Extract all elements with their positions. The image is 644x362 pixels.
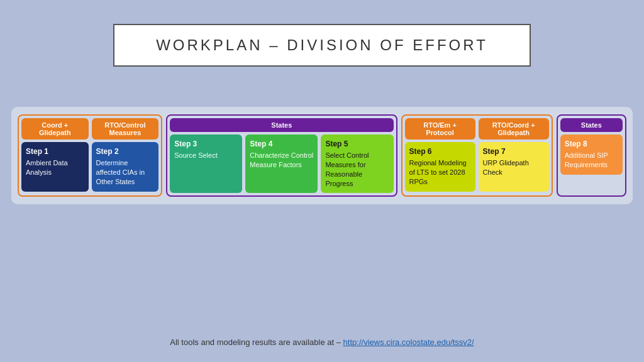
step6-title: Step 6 [409,147,471,156]
label-rto-em: RTO/Em + Protocol [405,118,475,140]
label-rto-coord: RTO/Coord + Glidepath [479,118,549,140]
step-card-1: Step 1 Ambient Data Analysis [21,142,89,192]
step3-title: Step 3 [174,140,238,148]
workplan-container: Coord + Glidepath RTO/Control Measures S… [11,107,633,204]
step-card-7: Step 7 URP Glidepath Check [479,142,549,192]
step5-desc: Select Control Measures for Reasonable P… [325,151,389,188]
step-card-8: Step 8 Additional SIP Requirements [560,134,623,175]
step4-desc: Characterize Control Measure Factors [250,151,313,170]
right-labels-row: RTO/Em + Protocol RTO/Coord + Glidepath [405,118,549,140]
label-states-right: States [560,118,623,132]
left-orange-group: Coord + Glidepath RTO/Control Measures S… [18,114,162,197]
step1-desc: Ambient Data Analysis [26,158,84,177]
title-box: WORKPLAN – DIVISION OF EFFORT [113,24,531,67]
step3-desc: Source Select [174,151,238,160]
step7-title: Step 7 [483,147,545,156]
label-coord-glidepath: Coord + Glidepath [21,118,89,140]
step6-desc: Regional Modeling of LTS to set 2028 RPG… [409,158,471,187]
right-purple-group: States Step 8 Additional SIP Requirement… [557,114,626,197]
label-rto-control: RTO/Control Measures [92,118,159,140]
purple-steps-row: Step 3 Source Select Step 4 Characterize… [170,134,393,193]
step2-desc: Determine affected CIAs in Other States [96,158,155,187]
step-card-6: Step 6 Regional Modeling of LTS to set 2… [405,142,475,192]
page-title: WORKPLAN – DIVISION OF EFFORT [156,36,488,53]
step4-title: Step 4 [250,140,313,148]
step7-desc: URP Glidepath Check [483,158,545,177]
right-purple-steps-row: Step 8 Additional SIP Requirements [560,134,623,175]
footer: All tools and modeling results are avail… [0,337,644,347]
footer-text: All tools and modeling results are avail… [170,337,341,347]
left-labels-row: Coord + Glidepath RTO/Control Measures [21,118,158,140]
step-card-3: Step 3 Source Select [170,134,242,193]
step2-title: Step 2 [96,147,155,156]
step-card-2: Step 2 Determine affected CIAs in Other … [92,142,159,192]
step-card-5: Step 5 Select Control Measures for Reaso… [321,134,393,193]
step5-title: Step 5 [325,140,389,148]
step-card-4: Step 4 Characterize Control Measure Fact… [245,134,318,193]
step1-title: Step 1 [26,147,84,156]
step8-desc: Additional SIP Requirements [565,151,618,170]
label-states-left: States [170,118,393,132]
right-steps-row: Step 6 Regional Modeling of LTS to set 2… [405,142,549,192]
step8-title: Step 8 [565,140,618,148]
right-orange-group: RTO/Em + Protocol RTO/Coord + Glidepath … [401,114,553,197]
purple-group: States Step 3 Source Select Step 4 Chara… [166,114,397,197]
footer-link[interactable]: http://views.cira.colostate.edu/tssv2/ [343,337,474,347]
left-steps-row: Step 1 Ambient Data Analysis Step 2 Dete… [21,142,158,192]
